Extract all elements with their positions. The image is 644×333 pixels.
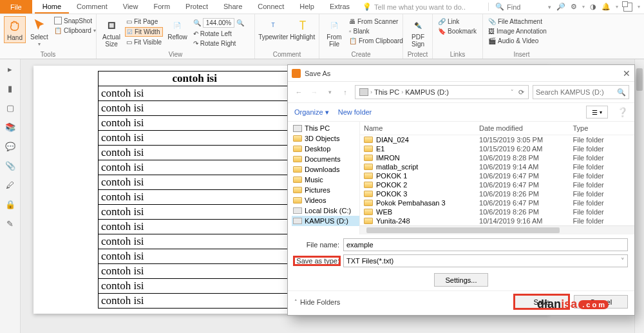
file-attachment[interactable]: 📎File Attachment (487, 17, 548, 26)
bell-icon[interactable]: 🔔 (601, 3, 611, 11)
tree-node[interactable]: 3D Objects (292, 133, 359, 144)
from-clipboard[interactable]: 📋From Clipboard (348, 37, 404, 45)
file-row[interactable]: matlab_script10/6/2019 9:14 AMFile folde… (360, 162, 634, 171)
settings-button[interactable]: Settings... (434, 273, 488, 287)
list-header[interactable]: Name Date modified Type (360, 122, 634, 135)
sidebar-attachments-icon[interactable]: 📎 (5, 160, 16, 171)
breadcrumb-this-pc[interactable]: This PC (374, 88, 399, 96)
tree-node[interactable]: KAMPUS (D:) (292, 216, 359, 226)
search-online-icon[interactable]: 🔎 (556, 3, 565, 11)
file-row[interactable]: Pokok Pembahasan 310/6/2019 6:47 PMFile … (360, 198, 634, 207)
tree-node[interactable]: Desktop (292, 144, 359, 154)
scrollbar-thumb[interactable] (366, 227, 560, 233)
sidebar-layers-icon[interactable]: 📚 (5, 121, 16, 133)
folder-tree[interactable]: This PC3D ObjectsDesktopDocumentsDownloa… (288, 122, 360, 234)
tree-node[interactable]: Downloads (292, 164, 359, 175)
from-scanner[interactable]: 🖶From Scanner (348, 17, 404, 26)
file-row[interactable]: Yunita-24810/14/2019 9:16 AMFile folder (360, 216, 634, 225)
close-icon[interactable]: ✕ (623, 68, 630, 79)
dialog-search[interactable]: 🔍 (533, 85, 629, 99)
menu-tab-protect[interactable]: Protect (178, 1, 216, 14)
rotate-right[interactable]: ↷Rotate Right (192, 39, 245, 48)
sidebar-expand-icon[interactable]: ▸ (5, 63, 16, 75)
file-row[interactable]: E110/15/2019 6:20 AMFile folder (360, 144, 634, 153)
blank[interactable]: ▫Blank (348, 27, 404, 35)
image-annotation[interactable]: 🖼Image Annotation (487, 27, 548, 35)
save-type-select[interactable]: TXT Files(*.txt) (343, 254, 628, 267)
menu-tab-share[interactable]: Share (216, 1, 250, 14)
dialog-search-input[interactable] (536, 88, 614, 96)
organize-menu[interactable]: Organize ▾ (294, 108, 329, 117)
zoom-in-icon[interactable]: 🔍 (236, 19, 244, 26)
address-dropdown-icon[interactable]: ˅ (511, 89, 514, 95)
snapshot-tool[interactable]: SnapShot (53, 16, 97, 25)
col-name[interactable]: Name (364, 124, 479, 132)
file-row[interactable]: DIAN_02410/15/2019 3:05 PMFile folder (360, 135, 634, 144)
bookmark[interactable]: 🔖Bookmark (437, 27, 478, 35)
file-name-input[interactable] (343, 238, 628, 251)
fit-visible[interactable]: ▭Fit Visible (125, 38, 163, 46)
menu-tab-home[interactable]: Home (35, 1, 69, 14)
find-box[interactable]: 🔍 ▾ (488, 3, 551, 11)
tree-node[interactable]: Pictures (292, 185, 359, 195)
sidebar-comments-icon[interactable]: 💬 (5, 140, 16, 152)
tree-node[interactable]: Local Disk (C:) (292, 205, 359, 216)
tree-node[interactable]: Videos (292, 195, 359, 205)
file-row[interactable]: POKOK 110/6/2019 6:47 PMFile folder (360, 171, 634, 180)
menu-tab-connect[interactable]: Connect (250, 1, 292, 14)
zoom-value[interactable]: 144.00% (203, 18, 234, 28)
menu-tab-help[interactable]: Help (292, 1, 322, 14)
select-tool[interactable]: Select▾ (28, 16, 50, 48)
rotate-left[interactable]: ↶Rotate Left (192, 30, 245, 38)
tree-node[interactable]: This PC (292, 123, 359, 133)
fit-width[interactable]: Fit Width (125, 27, 163, 37)
highlight[interactable]: ＴHighlight (290, 16, 316, 42)
tree-node[interactable]: Documents (292, 154, 359, 164)
col-type[interactable]: Type (573, 124, 630, 132)
audio-video[interactable]: 🎬Audio & Video (487, 37, 548, 45)
from-file[interactable]: 📄From File (323, 16, 345, 49)
sidebar-bookmarks-icon[interactable]: ▮ (5, 82, 16, 94)
find-input[interactable] (507, 3, 545, 11)
file-row[interactable]: POKOK 310/6/2019 8:26 PMFile folder (360, 189, 634, 198)
menu-tab-view[interactable]: View (115, 1, 146, 14)
help-icon[interactable]: ❔ (617, 107, 628, 117)
hide-folders[interactable]: ˄Hide Folders (294, 298, 340, 306)
new-folder[interactable]: New folder (338, 108, 372, 116)
nav-forward-icon[interactable]: → (308, 86, 320, 98)
pdf-sign[interactable]: ✒️PDF Sign (407, 16, 429, 49)
file-row[interactable]: IMRON10/6/2019 8:28 PMFile folder (360, 153, 634, 162)
col-date[interactable]: Date modified (479, 124, 573, 132)
reflow[interactable]: 📄 Reflow (166, 16, 189, 42)
user-icon[interactable] (623, 3, 632, 12)
sidebar-security-icon[interactable]: 🔒 (5, 198, 16, 210)
typewriter[interactable]: ＴTypewriter (259, 16, 288, 42)
tree-node[interactable]: Music (292, 175, 359, 185)
skin-icon[interactable]: ◑ (590, 3, 596, 11)
refresh-icon[interactable]: ⟳ (518, 88, 524, 97)
clipboard-tool[interactable]: 📋Clipboard ▾ (53, 26, 97, 35)
link[interactable]: 🔗Link (437, 17, 478, 26)
fit-page[interactable]: ▭Fit Page (125, 17, 163, 26)
tell-me[interactable]: 💡 Tell me what you want to do.. (363, 3, 466, 11)
menu-tab-form[interactable]: Form (146, 1, 178, 14)
address-bar[interactable]: › This PC › KAMPUS (D:) ˅ ⟳ (355, 85, 529, 99)
breadcrumb-drive[interactable]: KAMPUS (D:) (405, 88, 449, 96)
file-list[interactable]: DIAN_02410/15/2019 3:05 PMFile folderE11… (360, 135, 634, 225)
file-row[interactable]: WEB10/6/2019 8:26 PMFile folder (360, 207, 634, 216)
sidebar-stamp-icon[interactable]: 🖊 (5, 179, 16, 191)
sidebar-pages-icon[interactable]: ▢ (5, 102, 16, 113)
view-mode-dropdown[interactable]: ☰▾ (586, 106, 608, 119)
gear-icon[interactable]: ⚙ (571, 3, 577, 11)
menu-tab-extras[interactable]: Extras (322, 1, 357, 14)
vertical-scrollbar[interactable] (634, 59, 644, 333)
scrollbar-thumb[interactable] (636, 68, 643, 91)
file-row[interactable]: POKOK 210/6/2019 6:47 PMFile folder (360, 180, 634, 189)
menu-tab-comment[interactable]: Comment (69, 1, 115, 14)
nav-up-icon[interactable]: ↑ (339, 86, 351, 98)
nav-back-icon[interactable]: ← (293, 86, 305, 98)
menu-file[interactable]: File (0, 0, 32, 14)
hand-tool[interactable]: Hand (4, 16, 26, 43)
horizontal-scrollbar[interactable] (360, 225, 634, 234)
actual-size[interactable]: 🔲 Actual Size (100, 16, 122, 49)
